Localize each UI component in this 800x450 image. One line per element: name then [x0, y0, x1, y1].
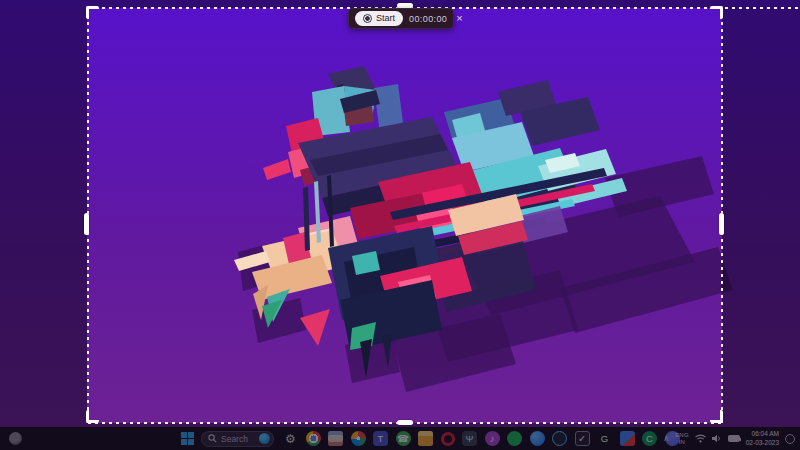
selection-corner-top-right[interactable] — [710, 6, 723, 19]
desktop-screen: ⚙T☎Ψ♪✓GC ∧ ENGIN 06:04 AM02-03-2023 — [0, 0, 800, 450]
dim-overlay-left — [0, 8, 87, 423]
wallpaper — [0, 0, 800, 450]
selection-corner-bottom-left[interactable] — [86, 410, 99, 423]
dim-overlay-bottom — [0, 423, 800, 450]
recording-timer: 00:00:00 — [409, 14, 447, 24]
record-start-label: Start — [376, 14, 395, 23]
selection-handle-right[interactable] — [719, 213, 724, 235]
selection-corner-bottom-right[interactable] — [710, 410, 723, 423]
record-start-button[interactable]: Start — [355, 11, 403, 26]
recorder-toolbar: Start 00:00:00 × — [348, 8, 454, 29]
selection-handle-bottom[interactable] — [397, 420, 413, 425]
selection-corner-top-left[interactable] — [86, 6, 99, 19]
selection-handle-left[interactable] — [84, 213, 89, 235]
record-dot-icon — [363, 14, 372, 23]
close-recorder-button[interactable]: × — [454, 13, 464, 24]
wallpaper-art-3d-object — [0, 0, 800, 450]
dim-overlay-right — [722, 8, 800, 423]
